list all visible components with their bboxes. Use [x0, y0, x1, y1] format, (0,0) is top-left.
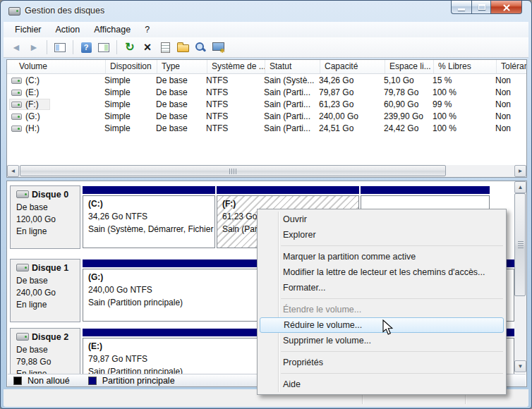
menu-bar: Fichier Action Affichage ?: [4, 22, 528, 37]
column-header-systeme[interactable]: Système de ...: [207, 60, 265, 73]
maximize-icon: [478, 4, 485, 10]
cell-libres: 15 %: [433, 75, 452, 85]
menu-item-proprietes[interactable]: Propriétés: [259, 355, 504, 370]
computer-gear-icon[interactable]: [211, 40, 225, 54]
column-header-libres[interactable]: % Libres: [434, 60, 497, 73]
cell-volume: (C:): [25, 75, 40, 85]
drive-icon: [11, 102, 22, 108]
table-row[interactable]: (G:) Simple De base NTFS Sain (Parti... …: [7, 111, 526, 123]
back-icon[interactable]: ◄: [9, 40, 23, 54]
maximize-button[interactable]: [471, 1, 491, 14]
menu-item-etendre-volume: Étendre le volume...: [259, 302, 504, 317]
disk-size: 240,00 Go: [16, 287, 80, 299]
refresh-icon[interactable]: ↻: [123, 40, 137, 54]
table-row[interactable]: (H:) Simple De base NTFS Sain (Parti... …: [7, 123, 526, 135]
disk-size: 120,00 Go: [16, 214, 80, 226]
minimize-button[interactable]: [451, 1, 471, 14]
scroll-right-icon[interactable]: ►: [514, 165, 526, 177]
menu-action[interactable]: Action: [49, 23, 87, 36]
menu-item-ouvrir[interactable]: Ouvrir: [259, 212, 504, 227]
disk0-label-panel[interactable]: Disque 0 De base 120,00 Go En ligne: [10, 185, 80, 249]
window-title: Gestion des disques: [25, 6, 104, 16]
menu-affichage[interactable]: Affichage: [87, 23, 138, 36]
toolbar-separator: [47, 40, 47, 54]
cell-fs: NTFS: [206, 99, 228, 109]
help-icon[interactable]: ?: [79, 40, 93, 54]
cell-libres: 99 %: [433, 99, 452, 109]
scroll-down-icon[interactable]: ▼: [514, 360, 526, 372]
action-pane-icon[interactable]: [97, 40, 111, 54]
cell-espace: 5,10 Go: [384, 75, 414, 85]
menu-item-aide[interactable]: Aide: [259, 377, 504, 392]
disk-status: En ligne: [16, 226, 80, 238]
menu-separator: [281, 245, 503, 246]
cell-disposition: Simple: [104, 75, 131, 85]
scroll-left-icon[interactable]: ◄: [7, 165, 19, 177]
horizontal-scrollbar[interactable]: ◄ ►: [7, 165, 526, 177]
cell-fs: NTFS: [206, 87, 228, 97]
drive-icon: [11, 126, 22, 132]
column-header-volume[interactable]: Volume: [7, 60, 106, 73]
menu-item-explorer[interactable]: Explorer: [259, 227, 504, 243]
column-header-capacite[interactable]: Capacité: [320, 60, 385, 73]
properties-icon[interactable]: [158, 40, 172, 54]
cell-libres: 100 %: [433, 87, 457, 97]
cell-volume: (G:): [25, 111, 40, 121]
legend-primary-label: Partition principale: [102, 376, 175, 386]
cell-fs: NTFS: [206, 123, 228, 133]
delete-icon[interactable]: ×: [140, 40, 155, 54]
vertical-scrollbar[interactable]: ▲ ▼: [514, 181, 526, 372]
primary-partition-swatch: [88, 377, 97, 385]
partition-c[interactable]: (C:) 34,26 Go NTFS Sain (Système, Démarr…: [83, 186, 215, 248]
menu-item-supprimer-volume[interactable]: Supprimer le volume...: [259, 333, 504, 348]
menu-help[interactable]: ?: [138, 23, 157, 36]
menu-separator: [281, 351, 503, 352]
close-icon: [507, 7, 515, 8]
disk1-label-panel[interactable]: Disque 1 De base 240,00 Go En ligne: [10, 259, 80, 322]
cell-volume: (H:): [25, 123, 40, 133]
cell-espace: 24,42 Go: [384, 123, 418, 133]
cell-disposition: Simple: [104, 99, 131, 109]
app-icon: [8, 7, 20, 16]
disk-type: De base: [16, 275, 80, 287]
menu-fichier[interactable]: Fichier: [8, 23, 49, 36]
cell-volume: (F:): [25, 99, 39, 109]
title-bar[interactable]: Gestion des disques: [1, 1, 531, 22]
toolbar: ◄ ► ? ↻ ×: [4, 37, 528, 58]
search-icon[interactable]: [193, 40, 207, 54]
cell-tolerance: Non: [495, 123, 511, 133]
cell-libres: 100 %: [433, 111, 457, 121]
table-row[interactable]: (C:) Simple De base NTFS Sain (Systè... …: [7, 75, 526, 87]
menu-item-reduire-volume[interactable]: Réduire le volume...: [260, 317, 504, 333]
partition-size: 34,26 Go NTFS: [88, 211, 214, 224]
volume-list-pane: Volume Disposition Type Système de ... S…: [6, 59, 527, 178]
menu-item-formater[interactable]: Formater...: [259, 280, 504, 295]
column-header-statut[interactable]: Statut: [265, 60, 320, 73]
menu-item-modifier-lettre[interactable]: Modifier la lettre de lecteur et les che…: [259, 264, 504, 280]
cell-type: De base: [156, 99, 188, 109]
menu-separator: [281, 373, 503, 374]
cell-statut: Sain (Parti...: [264, 99, 310, 109]
open-folder-icon[interactable]: [176, 40, 190, 54]
legend-unallocated-label: Non alloué: [28, 376, 70, 386]
close-button[interactable]: [491, 1, 522, 14]
scroll-up-icon[interactable]: ▲: [514, 181, 526, 193]
forward-icon[interactable]: ►: [27, 40, 41, 54]
column-header-tolerance[interactable]: Toléran: [497, 60, 527, 73]
table-row[interactable]: (E:) Simple De base NTFS Sain (Parti... …: [7, 87, 526, 99]
disk-icon: [16, 190, 29, 198]
column-header-espace[interactable]: Espace li...: [385, 60, 434, 73]
cell-statut: Sain (Parti...: [264, 123, 310, 133]
table-row-selected[interactable]: (F:) Simple De base NTFS Sain (Parti... …: [7, 99, 526, 111]
disk-type: De base: [16, 344, 80, 356]
disk-type: De base: [16, 202, 80, 214]
menu-item-marquer-active[interactable]: Marquer la partition comme active: [259, 249, 504, 264]
column-header-disposition[interactable]: Disposition: [106, 60, 157, 73]
cell-capacite: 34,26 Go: [319, 75, 353, 85]
disk-size: 79,88 Go: [16, 356, 80, 368]
cell-capacite: 24,51 Go: [319, 123, 353, 133]
console-tree-icon[interactable]: [53, 40, 67, 54]
vertical-scrollbar-thumb[interactable]: [514, 193, 526, 296]
horizontal-scrollbar-thumb[interactable]: [20, 165, 446, 176]
column-header-type[interactable]: Type: [157, 60, 207, 73]
